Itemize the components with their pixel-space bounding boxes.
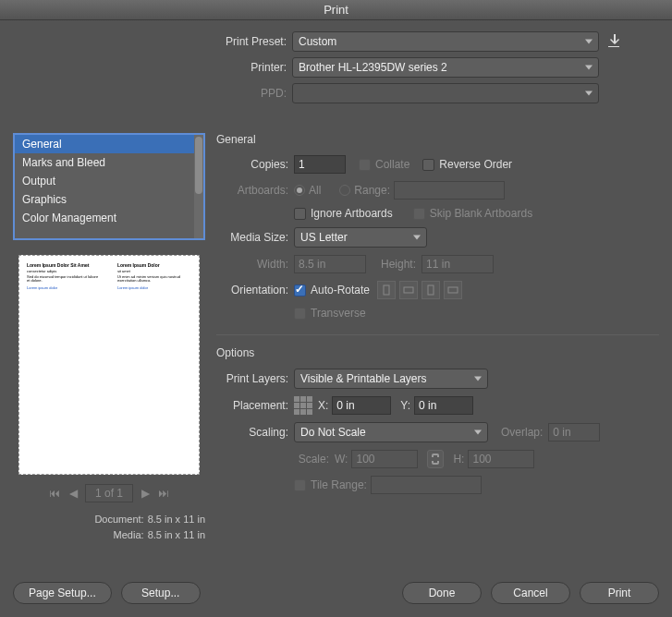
listbox-scrollbar[interactable] xyxy=(194,135,203,238)
scaling-label: Scaling: xyxy=(216,426,294,439)
orientation-landscape-right-button xyxy=(444,281,462,299)
print-layers-select[interactable]: Visible & Printable Layers xyxy=(294,369,488,389)
setup-button[interactable]: Setup... xyxy=(121,582,201,604)
tile-range-input xyxy=(371,476,482,494)
skip-blank-label: Skip Blank Artboards xyxy=(430,207,532,220)
chevron-down-icon xyxy=(585,40,593,44)
artboards-range-input xyxy=(394,181,505,200)
pager-next-icon[interactable]: ▶ xyxy=(139,487,152,500)
print-preset-label: Print Preset: xyxy=(13,35,292,48)
pager-last-icon[interactable]: ⏭ xyxy=(157,487,170,500)
link-chain-icon xyxy=(427,450,444,468)
scale-h-label: H: xyxy=(453,453,464,466)
orientation-landscape-left-button xyxy=(399,281,418,299)
copies-input[interactable]: 1 xyxy=(294,155,346,174)
list-item-general[interactable]: General xyxy=(15,135,194,153)
printer-label: Printer: xyxy=(13,61,292,74)
collate-label: Collate xyxy=(375,158,409,171)
orientation-label: Orientation: xyxy=(216,284,294,296)
svg-rect-1 xyxy=(404,287,413,293)
page-setup-button[interactable]: Page Setup... xyxy=(13,582,112,604)
placement-y-label: Y: xyxy=(400,399,410,412)
height-input: 11 in xyxy=(422,255,494,273)
print-layers-label: Print Layers: xyxy=(216,372,294,385)
media-size-select[interactable]: US Letter xyxy=(294,227,427,248)
placement-x-input[interactable]: 0 in xyxy=(332,396,391,415)
width-label: Width: xyxy=(216,258,294,271)
chevron-down-icon xyxy=(585,66,593,70)
preview-meta: Document:8.5 in x 11 in Media:8.5 in x 1… xyxy=(13,512,205,542)
media-size-value: US Letter xyxy=(300,231,348,244)
list-item-marks[interactable]: Marks and Bleed xyxy=(15,153,194,172)
window-titlebar: Print xyxy=(0,0,672,20)
general-section-title: General xyxy=(216,133,659,146)
scale-label: Scale: xyxy=(216,453,335,466)
placement-grid-icon[interactable] xyxy=(294,396,312,415)
orientation-portrait-down-button xyxy=(422,281,440,299)
meta-media-value: 8.5 in x 11 in xyxy=(148,529,205,540)
artboards-range-label: Range: xyxy=(354,184,390,197)
meta-media-label: Media: xyxy=(114,529,144,540)
print-button[interactable]: Print xyxy=(580,582,659,604)
meta-doc-label: Document: xyxy=(94,514,143,525)
artboards-all-radio xyxy=(294,185,305,196)
ignore-artboards-checkbox[interactable] xyxy=(294,208,306,220)
cancel-button[interactable]: Cancel xyxy=(491,582,570,604)
scale-w-input: 100 xyxy=(351,450,418,468)
save-preset-icon[interactable] xyxy=(606,33,623,50)
transverse-label: Transverse xyxy=(311,307,366,320)
chevron-down-icon xyxy=(585,91,593,96)
chevron-down-icon xyxy=(413,236,421,240)
pager-first-icon[interactable]: ⏮ xyxy=(48,487,61,500)
height-label: Height: xyxy=(381,258,416,271)
printer-value: Brother HL-L2395DW series 2 xyxy=(299,61,447,74)
artboards-all-label: All xyxy=(309,184,321,197)
settings-listbox[interactable]: General Marks and Bleed Output Graphics … xyxy=(13,133,205,240)
print-preset-select[interactable]: Custom xyxy=(292,31,599,52)
artboards-label: Artboards: xyxy=(216,184,294,197)
ppd-label: PPD: xyxy=(13,87,292,100)
listbox-scrollbar-thumb[interactable] xyxy=(195,137,202,194)
skip-blank-checkbox xyxy=(413,208,425,220)
preview-pager: ⏮ ◀ 1 of 1 ▶ ⏭ xyxy=(13,484,205,502)
copies-label: Copies: xyxy=(216,158,294,171)
section-divider xyxy=(216,334,659,335)
ignore-artboards-label: Ignore Artboards xyxy=(311,207,393,220)
pager-input[interactable]: 1 of 1 xyxy=(85,484,133,502)
transverse-checkbox xyxy=(294,308,306,320)
list-item-color[interactable]: Color Management xyxy=(15,209,194,227)
overlap-label: Overlap: xyxy=(501,426,543,439)
list-item-output[interactable]: Output xyxy=(15,172,194,190)
options-section-title: Options xyxy=(216,346,659,359)
svg-rect-3 xyxy=(448,287,458,293)
width-input: 8.5 in xyxy=(294,255,366,273)
tile-range-checkbox xyxy=(294,479,306,491)
list-item-graphics[interactable]: Graphics xyxy=(15,190,194,209)
tile-range-label: Tile Range: xyxy=(311,478,367,491)
artboards-range-radio xyxy=(339,185,350,196)
ppd-select xyxy=(292,83,599,103)
meta-doc-value: 8.5 in x 11 in xyxy=(148,514,205,525)
placement-x-label: X: xyxy=(318,399,328,412)
orientation-portrait-up-button xyxy=(377,281,396,299)
auto-rotate-label: Auto-Rotate xyxy=(311,284,370,296)
pager-prev-icon[interactable]: ◀ xyxy=(67,487,79,500)
media-size-label: Media Size: xyxy=(216,231,294,244)
auto-rotate-checkbox[interactable] xyxy=(294,284,306,296)
print-preset-value: Custom xyxy=(299,35,336,48)
scale-w-label: W: xyxy=(335,453,348,466)
chevron-down-icon xyxy=(474,377,482,381)
print-preview: Lorem Ipsum Dolor Sit Amet consectetur a… xyxy=(18,255,200,475)
done-button[interactable]: Done xyxy=(402,582,482,604)
svg-rect-2 xyxy=(428,285,434,295)
print-layers-value: Visible & Printable Layers xyxy=(300,372,427,385)
scaling-select[interactable]: Do Not Scale xyxy=(294,422,488,442)
placement-y-input[interactable]: 0 in xyxy=(414,396,473,415)
reverse-order-checkbox[interactable] xyxy=(422,159,434,171)
placement-label: Placement: xyxy=(216,399,294,412)
collate-checkbox xyxy=(359,159,371,171)
scaling-value: Do Not Scale xyxy=(300,426,366,439)
reverse-order-label: Reverse Order xyxy=(439,158,512,171)
printer-select[interactable]: Brother HL-L2395DW series 2 xyxy=(292,57,599,78)
chevron-down-icon xyxy=(474,430,482,435)
